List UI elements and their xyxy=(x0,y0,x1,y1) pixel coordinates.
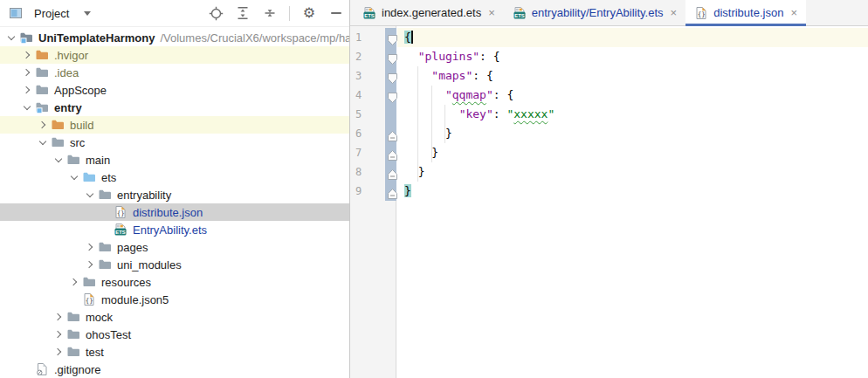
chevron-spacer xyxy=(66,291,82,308)
chevron-down-icon[interactable] xyxy=(82,186,98,203)
folder-icon xyxy=(66,310,80,324)
json-icon: {} xyxy=(82,292,96,306)
tab-index-generated-ets[interactable]: ETSindex.generated.ets× xyxy=(354,0,504,25)
chevron-right-icon[interactable] xyxy=(19,64,35,81)
tree-item-label: .idea xyxy=(54,66,79,79)
json-file-icon: {} xyxy=(694,6,708,20)
tree-item-mock[interactable]: mock xyxy=(0,308,349,326)
tree-item-label: .gitignore xyxy=(54,363,100,376)
collapse-all-icon[interactable] xyxy=(262,5,278,21)
expand-all-icon[interactable] xyxy=(235,5,251,21)
project-panel-header: Project ⚙ xyxy=(0,0,349,27)
chevron-right-icon[interactable] xyxy=(51,343,66,361)
code-line-7[interactable]: 7 } xyxy=(350,143,868,162)
chevron-right-icon[interactable] xyxy=(51,326,66,343)
code-line-text: { xyxy=(350,28,413,47)
code-line-text: "plugins": { xyxy=(350,47,500,66)
chevron-down-icon[interactable] xyxy=(35,134,51,151)
tree-item-label: ets xyxy=(101,171,116,184)
code-line-3[interactable]: 3 "maps": { xyxy=(350,66,868,86)
chevron-right-icon[interactable] xyxy=(66,273,82,291)
tree-item-entry[interactable]: entry xyxy=(0,99,349,116)
folder-icon xyxy=(66,327,80,341)
chevron-spacer xyxy=(98,221,114,238)
close-icon[interactable]: × xyxy=(671,7,678,18)
tree-item-ohostest[interactable]: ohosTest xyxy=(0,326,349,343)
chevron-right-icon[interactable] xyxy=(82,238,98,256)
folder-orange-icon xyxy=(51,118,65,132)
tree-item-build[interactable]: build xyxy=(0,116,349,134)
tree-item-label: UniTemplateHarmony xyxy=(38,31,155,45)
chevron-down-icon[interactable] xyxy=(66,168,82,186)
code-line-6[interactable]: 6 } xyxy=(350,124,868,143)
tree-item-unitemplateharmony[interactable]: UniTemplateHarmony/Volumes/CrucialX6/wor… xyxy=(0,29,349,46)
code-line-2[interactable]: 2 "plugins": { xyxy=(350,47,868,66)
tree-item-distribute-json[interactable]: {}distribute.json xyxy=(0,203,349,221)
folder-icon xyxy=(51,135,65,149)
tab-label: index.generated.ets xyxy=(382,6,481,19)
tree-item-label: pages xyxy=(117,241,148,254)
folder-icon xyxy=(66,153,80,167)
code-line-5[interactable]: 5 "key": "xxxxx" xyxy=(350,105,868,124)
project-panel-title: Project xyxy=(34,7,69,20)
chevron-down-icon[interactable] xyxy=(3,29,19,46)
code-line-4[interactable]: 4 "qqmap": { xyxy=(350,86,868,105)
tree-item-test[interactable]: test xyxy=(0,343,349,361)
tab-label: entryability/EntryAbility.ets xyxy=(532,6,664,19)
chevron-down-icon xyxy=(84,11,91,16)
chevron-right-icon[interactable] xyxy=(19,46,35,64)
tree-item-module-json5[interactable]: {}module.json5 xyxy=(0,291,349,308)
chevron-spacer xyxy=(98,203,114,221)
settings-gear-icon[interactable]: ⚙ xyxy=(301,5,317,21)
code-line-9[interactable]: 9} xyxy=(350,182,868,201)
code-line-text: } xyxy=(350,162,424,182)
code-editor[interactable]: 1{2 "plugins": {3 "maps": {4 "qqmap": {5… xyxy=(350,26,868,378)
folder-icon xyxy=(98,188,112,202)
tree-item-pages[interactable]: pages xyxy=(0,238,349,256)
toolbar-divider xyxy=(289,6,290,21)
chevron-right-icon[interactable] xyxy=(19,81,35,99)
chevron-spacer xyxy=(19,361,35,378)
locate-icon[interactable] xyxy=(208,5,224,21)
close-icon[interactable]: × xyxy=(790,7,797,18)
tree-item-entryability-ets[interactable]: ETSEntryAbility.ets xyxy=(0,221,349,238)
chevron-right-icon[interactable] xyxy=(82,256,98,273)
code-line-text: "key": "xxxxx" xyxy=(350,105,555,124)
code-line-text: } xyxy=(350,124,452,143)
tab-distribute-json[interactable]: {}distribute.json× xyxy=(685,0,806,25)
svg-text:ETS: ETS xyxy=(364,12,374,17)
tree-item-idea[interactable]: .idea xyxy=(0,64,349,81)
hide-panel-icon[interactable] xyxy=(328,5,344,21)
tab-entryability-entryability-ets[interactable]: ETSentryability/EntryAbility.ets× xyxy=(504,0,685,25)
code-line-8[interactable]: 8 } xyxy=(350,162,868,182)
svg-text:{}: {} xyxy=(698,10,706,17)
project-tool-icon xyxy=(9,6,23,20)
chevron-down-icon[interactable] xyxy=(51,151,66,168)
chevron-down-icon[interactable] xyxy=(19,99,35,116)
tree-item-gitignore[interactable]: .gitignore xyxy=(0,361,349,378)
tree-item-main[interactable]: main xyxy=(0,151,349,168)
chevron-right-icon[interactable] xyxy=(35,116,51,134)
project-view-selector[interactable]: Project xyxy=(9,6,91,20)
tree-item-ets[interactable]: ets xyxy=(0,168,349,186)
tree-item-label: resources xyxy=(101,276,151,289)
code-line-text: "qqmap": { xyxy=(350,86,513,105)
tree-item-appscope[interactable]: AppScope xyxy=(0,81,349,99)
code-line-1[interactable]: 1{ xyxy=(350,28,868,47)
svg-text:ETS: ETS xyxy=(115,230,125,235)
tree-item-label: entry xyxy=(54,101,82,114)
tree-item-label: main xyxy=(86,154,110,167)
close-icon[interactable]: × xyxy=(488,7,495,18)
tree-item-resources[interactable]: resources xyxy=(0,273,349,291)
code-line-text: "maps": { xyxy=(350,66,493,86)
code-line-text: } xyxy=(350,143,438,162)
chevron-right-icon[interactable] xyxy=(51,308,66,326)
panel-toolbar: ⚙ xyxy=(208,5,344,21)
tree-item-uni-modules[interactable]: uni_modules xyxy=(0,256,349,273)
project-icon xyxy=(19,31,33,45)
tree-item-hvigor[interactable]: .hvigor xyxy=(0,46,349,64)
tree-item-label: distribute.json xyxy=(133,206,203,219)
text-caret xyxy=(411,31,413,44)
tree-item-entryability[interactable]: entryability xyxy=(0,186,349,203)
tree-item-src[interactable]: src xyxy=(0,134,349,151)
